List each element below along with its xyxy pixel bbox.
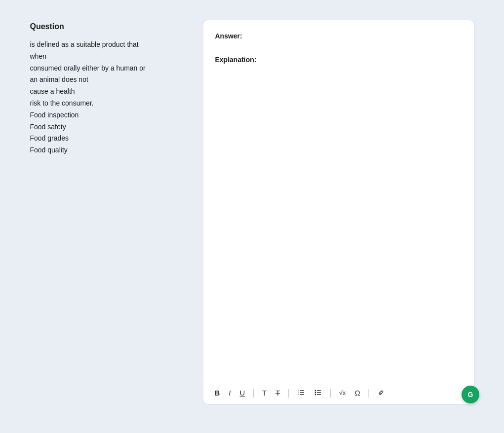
link-button[interactable] <box>374 386 388 399</box>
text-button[interactable]: T <box>259 387 270 399</box>
strikethrough-button[interactable]: T <box>272 387 283 399</box>
page-container: Question is defined as a suitable produc… <box>30 20 474 404</box>
question-panel: Question is defined as a suitable produc… <box>30 20 188 156</box>
ordered-list-button[interactable]: 1 2 3 <box>294 386 309 399</box>
separator-3: | <box>327 388 334 397</box>
svg-point-8 <box>315 394 316 396</box>
separator-1: | <box>250 388 257 397</box>
answer-panel: Answer: Explanation: B I U | T T | 1 2 3 <box>203 20 474 404</box>
separator-2: | <box>285 388 292 397</box>
answer-content: Answer: Explanation: <box>203 20 474 381</box>
answer-label: Answer: <box>215 32 462 40</box>
unordered-list-button[interactable] <box>310 386 325 399</box>
italic-button[interactable]: I <box>225 387 234 399</box>
explanation-label: Explanation: <box>215 56 462 64</box>
grammarly-label: G <box>468 391 473 398</box>
svg-point-7 <box>315 392 316 394</box>
omega-button[interactable]: Ω <box>351 387 363 399</box>
svg-text:3: 3 <box>298 393 299 396</box>
separator-4: | <box>366 388 372 397</box>
question-text: is defined as a suitable product that wh… <box>30 39 188 156</box>
underline-button[interactable]: U <box>236 387 249 399</box>
question-title: Question <box>30 22 188 31</box>
sqrt-button[interactable]: √x <box>336 387 349 398</box>
bold-button[interactable]: B <box>211 387 224 399</box>
grammarly-badge[interactable]: G <box>462 386 479 403</box>
svg-point-6 <box>315 390 316 392</box>
toolbar: B I U | T T | 1 2 3 <box>203 381 474 404</box>
